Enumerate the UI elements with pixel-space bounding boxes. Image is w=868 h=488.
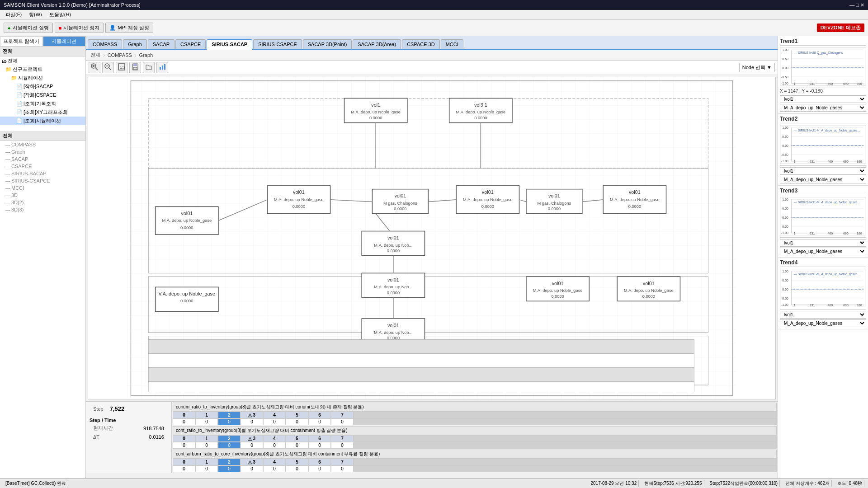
close-btn[interactable]: ✕ <box>860 2 864 8</box>
tab-cspace-3d[interactable]: CSPACE 3D <box>402 39 440 49</box>
mpi-settings-btn[interactable]: 👤 MPI 계정 설정 <box>105 23 153 33</box>
trend1-panel: Trend1 1.00 0.50 0.00 -0.50 -1.00 1 2 <box>778 36 868 114</box>
svg-text:— SIRIUS-lvol1-M_A_depo_up_Nob: — SIRIUS-lvol1-M_A_depo_up_Noble_gases..… <box>794 129 860 132</box>
svg-text:vol01: vol01 <box>293 189 305 195</box>
svg-text:vol01: vol01 <box>552 281 564 286</box>
trend3-dropdown2[interactable]: M_A_depo_up_Noble_gases <box>780 248 866 255</box>
tab-sacap-3d-point[interactable]: SACAP 3D(Point) <box>303 39 352 49</box>
trend2-dropdown2[interactable]: M_A_depo_up_Noble_gases <box>780 176 866 183</box>
trend4-dropdown1[interactable]: lvol1 <box>780 311 866 319</box>
sim-stop-btn[interactable]: ■ 시뮬레이션 정지 <box>55 23 104 33</box>
svg-text:690: 690 <box>843 304 849 307</box>
compass-item-sirius-csapce[interactable]: — SIRIUS-CSAPCE <box>0 177 85 184</box>
svg-text:1: 1 <box>794 160 796 163</box>
svg-text:920: 920 <box>857 82 862 85</box>
tab-csapce[interactable]: CSAPCE <box>175 39 206 49</box>
data-tables: Step 7,522 Step / Time 현재시간 918.7548 ΔT … <box>86 401 778 478</box>
sim-run-icon: ● <box>8 25 11 31</box>
project-explorer-tab[interactable]: 프로젝트 탐색기 <box>0 36 43 47</box>
sim-run-btn[interactable]: ● 시뮬레이션 실행 <box>4 23 53 33</box>
title-bar-controls[interactable]: — □ ✕ <box>849 2 864 8</box>
dt-label: ΔT <box>90 433 127 441</box>
tab-sacap-3d-area[interactable]: SACAP 3D(Area) <box>353 39 401 49</box>
compass-item-3d3[interactable]: — 3D(3) <box>0 206 85 213</box>
tree-item-cspace[interactable]: 📄 [작화]CSPACE <box>0 91 85 99</box>
tree-item-simulation[interactable]: 📁 시뮬레이션 <box>0 74 85 82</box>
trend4-dropdowns: lvol1 M_A_depo_up_Noble_gases <box>780 311 866 327</box>
tree-item-sacap[interactable]: 📄 [작화]SACAP <box>0 82 85 91</box>
tree-item-xy-graph[interactable]: 📄 [조회]XY그래프조회 <box>0 108 85 117</box>
menu-window[interactable]: 창(W) <box>25 10 46 19</box>
tab-graph[interactable]: Graph <box>123 39 147 49</box>
compass-all-label: 전체 <box>0 131 85 141</box>
svg-text:920: 920 <box>857 232 862 235</box>
tree-item-sim-review[interactable]: 📄 [조회]시뮬레이션 <box>0 117 85 125</box>
tab-mcci[interactable]: MCCI <box>441 39 463 49</box>
menu-file[interactable]: 파일(F) <box>2 10 25 19</box>
tab-sirius-csapce[interactable]: SIRIUS-CSAPCE <box>253 39 302 49</box>
svg-text:0.00: 0.00 <box>782 66 788 70</box>
status-datetime: 2017-08-29 오전 10:32 <box>589 480 639 487</box>
tab-compass[interactable]: COMPASS <box>88 39 122 49</box>
svg-text:0.0000: 0.0000 <box>642 294 655 299</box>
svg-text:-1.00: -1.00 <box>781 82 788 85</box>
trend3-chart: 1.00 0.50 0.00 -0.50 -1.00 1 231 460 690… <box>780 195 866 238</box>
trend4-dropdown2[interactable]: M_A_depo_up_Noble_gases <box>780 319 866 327</box>
svg-text:231: 231 <box>810 82 815 85</box>
chart-btn[interactable] <box>156 62 168 73</box>
zoom-in-btn[interactable] <box>89 62 100 73</box>
menu-help[interactable]: 도움말(H) <box>46 10 75 19</box>
tree-item-all[interactable]: 🗁 전체 <box>0 56 85 65</box>
data-table-3-label[interactable]: cont_airborn_ratio_to_core_inventory(gro… <box>173 450 777 459</box>
svg-text:0.0000: 0.0000 <box>387 249 400 253</box>
svg-rect-78 <box>148 367 694 381</box>
compass-item-graph[interactable]: — Graph <box>0 148 85 155</box>
node-select-btn[interactable]: Node 선택 ▼ <box>739 63 775 72</box>
compass-item-mcci[interactable]: — MCCI <box>0 184 85 192</box>
svg-text:-0.50: -0.50 <box>781 225 788 228</box>
maximize-btn[interactable]: □ <box>856 2 859 8</box>
data-table-2-header: 0 1 2 △ 3 4 5 6 7 <box>173 435 777 442</box>
trend2-dropdowns: lvol1 M_A_depo_up_Noble_gases <box>780 167 866 183</box>
trend3-dropdown1[interactable]: lvol1 <box>780 239 866 247</box>
svg-text:M.A. depo. up Noble_gase: M.A. depo. up Noble_gase <box>463 197 513 202</box>
trend2-dropdown1[interactable]: lvol1 <box>780 167 866 175</box>
svg-text:0.00: 0.00 <box>782 216 788 219</box>
compass-item-csapce[interactable]: — CSAPCE <box>0 163 85 170</box>
tree-item-project[interactable]: 📁 신규프로젝트 <box>0 65 85 74</box>
zoom-out-btn[interactable] <box>102 62 114 73</box>
data-table-3-header: 0 1 2 △ 3 4 5 6 7 <box>173 459 777 465</box>
trend1-chart: 1.00 0.50 0.00 -0.50 -1.00 1 231 460 690… <box>780 45 866 88</box>
compass-item-3d2[interactable]: — 3D(2) <box>0 199 85 206</box>
compass-item-sirius-sacap[interactable]: — SIRIUS-SACAP <box>0 170 85 177</box>
svg-text:M.A. depo. up Noble_gase: M.A. depo. up Noble_gase <box>162 218 212 223</box>
time-label: 현재시간 <box>90 424 127 432</box>
svg-text:M.A. depo. up Noble_gase: M.A. depo. up Noble_gase <box>456 110 505 114</box>
step-label: Step <box>90 404 106 413</box>
simulation-tab[interactable]: 시뮬레이션 <box>43 36 86 47</box>
open-btn[interactable] <box>143 62 155 73</box>
save-btn[interactable] <box>129 62 141 73</box>
mpi-icon: 👤 <box>109 25 116 31</box>
svg-text:vol01: vol01 <box>482 189 494 195</box>
data-table-2-label[interactable]: cont_ratio_to_inventory(group(8)별 초기노심재고… <box>173 426 777 435</box>
data-table-1-values: 0 0 0 0 0 0 0 0 <box>173 418 777 425</box>
trend1-dropdown1[interactable]: lvol1 <box>780 95 866 103</box>
sim-stop-label: 시뮬레이션 정지 <box>63 24 99 31</box>
compass-item-3d[interactable]: — 3D <box>0 192 85 199</box>
trend1-dropdown2[interactable]: M_A_depo_up_Noble_gases <box>780 104 866 112</box>
data-table-1-label[interactable]: corium_ratio_to_inventory(group(8)별 초기노심… <box>173 403 777 412</box>
minimize-btn[interactable]: — <box>849 2 854 8</box>
svg-text:690: 690 <box>843 232 849 235</box>
tree-item-history[interactable]: 📄 [조회]기록조회 <box>0 99 85 108</box>
svg-text:0.50: 0.50 <box>782 207 788 210</box>
tool-row: 1:1 Node 선택 ▼ <box>86 61 778 75</box>
tab-sirius-sacap[interactable]: SIRIUS-SACAP <box>207 39 252 50</box>
compass-item-compass[interactable]: — COMPASS <box>0 141 85 148</box>
data-table-1: corium_ratio_to_inventory(group(8)별 초기노심… <box>173 403 777 425</box>
zoom-fit-icon: 1:1 <box>118 63 125 70</box>
zoom-fit-btn[interactable]: 1:1 <box>116 62 127 73</box>
compass-item-sacap[interactable]: — SACAP <box>0 155 85 163</box>
tab-sacap[interactable]: SACAP <box>148 39 175 49</box>
svg-text:V.A. depo. up Noble_gase: V.A. depo. up Noble_gase <box>159 291 215 296</box>
